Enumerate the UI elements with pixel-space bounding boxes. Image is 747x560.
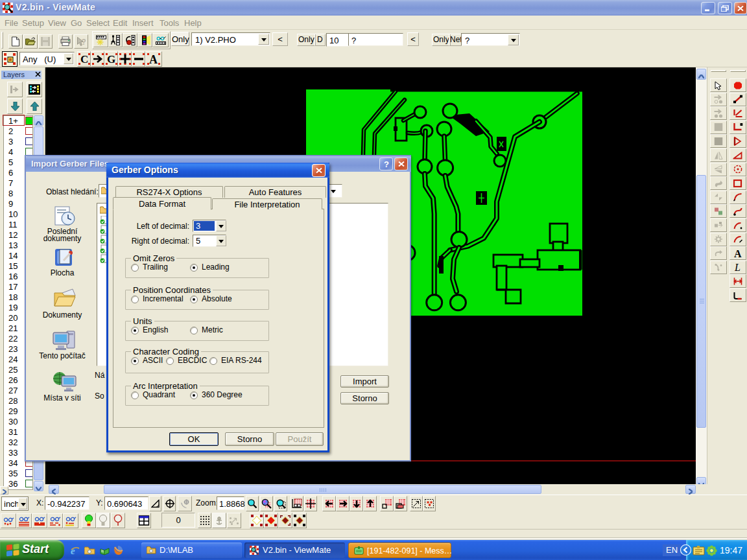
svg-text:?: ?: [384, 160, 389, 169]
svg-text:e: e: [71, 546, 75, 555]
svg-text:C: C: [80, 53, 88, 65]
svg-text:G: G: [107, 53, 115, 65]
svg-text:?: ?: [82, 38, 86, 47]
svg-text:L: L: [734, 262, 741, 272]
svg-text:A: A: [734, 249, 742, 258]
svg-text:A: A: [149, 53, 158, 65]
